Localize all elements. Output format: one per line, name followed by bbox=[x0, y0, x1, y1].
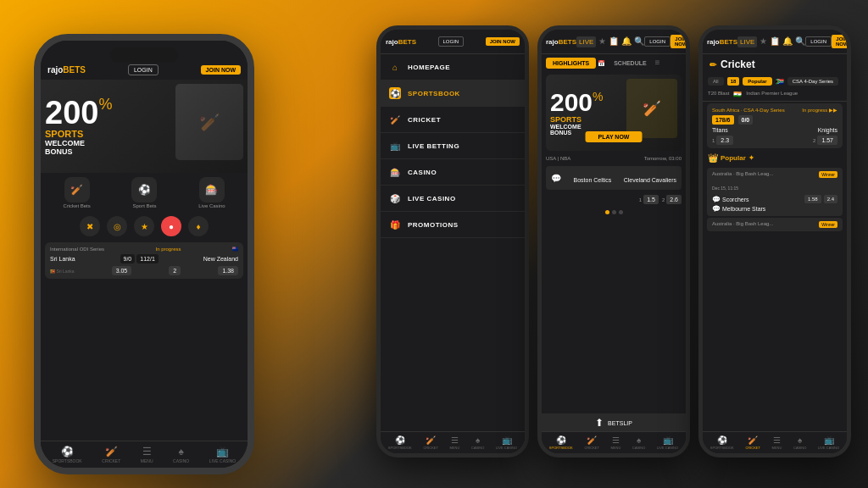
s4-title-text: Cricket bbox=[721, 58, 755, 70]
s3-tab-schedule[interactable]: SCHEDULE bbox=[607, 58, 654, 69]
s2-join-btn[interactable]: JOIN NOW bbox=[486, 37, 520, 46]
phone-large-banner: 200 % SPORTS WELCOME BONUS 🏏 bbox=[41, 80, 248, 173]
s2-nav-menu-label: MENU bbox=[450, 446, 460, 450]
s2-menu-casino[interactable]: 🎰 CASINO bbox=[381, 159, 525, 186]
s4-winner-badge: Winner bbox=[819, 171, 837, 178]
s3-odd2-val[interactable]: 2.6 bbox=[666, 195, 682, 204]
s4-odd1-btn[interactable]: 2.3 bbox=[716, 136, 733, 145]
s4-nav-cricket[interactable]: 🏏 CRICKET bbox=[745, 435, 760, 450]
s3-tab-highlights[interactable]: HIGHLIGHTS bbox=[546, 58, 596, 69]
quick-nav-cricket-label: Cricket Bets bbox=[63, 203, 90, 208]
phone-screen2: rajoBETS LOGIN JOIN NOW ⌂ HOMEPAGE ⚽ SPO… bbox=[376, 25, 529, 458]
match-odd-value2[interactable]: 2 bbox=[169, 266, 181, 275]
s3-betslip-bar[interactable]: ⬆ BETSLIP bbox=[542, 413, 686, 432]
s4-odd2-btn[interactable]: 1.57 bbox=[817, 136, 837, 145]
s4-pop-team2-area: 💬 Melbourne Stars bbox=[712, 205, 837, 213]
s2-menu-live-casino[interactable]: 🎲 LIVE CASINO bbox=[381, 186, 525, 212]
s3-nav-menu-icon: ☰ bbox=[612, 435, 620, 445]
s2-menu-homepage[interactable]: ⌂ HOMEPAGE bbox=[381, 54, 525, 80]
s2-nav-sportsbook[interactable]: ⚽ SPORTSBOOK bbox=[388, 435, 412, 450]
s4-nav-menu[interactable]: ☰ MENU bbox=[772, 435, 782, 450]
s4-filter-csa[interactable]: CSA 4-Day Series bbox=[787, 77, 838, 86]
s4-nav-casino[interactable]: ♠ CASINO bbox=[793, 435, 806, 450]
social-icon-2[interactable]: ◎ bbox=[107, 216, 127, 236]
s4-pop-odd2[interactable]: 2.4 bbox=[824, 195, 837, 203]
login-button-large[interactable]: LOGIN bbox=[128, 64, 159, 75]
s2-menu-live-betting[interactable]: 📺 LIVE BETTING bbox=[381, 133, 525, 159]
banner-sports: SPORTS bbox=[45, 129, 112, 139]
s2-nav-menu-icon: ☰ bbox=[451, 435, 459, 445]
s4-filter-all[interactable]: All bbox=[708, 77, 724, 86]
s3-nav-cricket[interactable]: 🏏 CRICKET bbox=[584, 435, 599, 450]
s2-nav-casino-icon: ♠ bbox=[476, 435, 480, 445]
nav-item-casino[interactable]: ♠ CASINO bbox=[173, 446, 189, 463]
social-icon-1[interactable]: ✖ bbox=[80, 216, 100, 236]
s4-league-t20[interactable]: T20 Blast bbox=[708, 91, 729, 98]
dot-2 bbox=[619, 210, 623, 214]
social-icon-3[interactable]: ★ bbox=[134, 216, 154, 236]
nav-item-live-casino[interactable]: 📺 LIVE CASINO bbox=[209, 446, 236, 463]
s3-odd1-val[interactable]: 1.5 bbox=[643, 195, 659, 204]
s2-nav-casino[interactable]: ♠ CASINO bbox=[471, 435, 484, 450]
s4-login-btn[interactable]: LOGIN bbox=[805, 36, 832, 47]
main-container: rajo BETS LOGIN JOIN NOW 200 % SPORTS WE bbox=[0, 0, 868, 488]
s2-logo-bets: BETS bbox=[398, 38, 416, 46]
s2-menu-promotions[interactable]: 🎁 PROMOTIONS bbox=[381, 212, 525, 238]
s2-nav-menu[interactable]: ☰ MENU bbox=[450, 435, 460, 450]
s4-league-ipl[interactable]: Indian Premier League bbox=[746, 91, 798, 98]
match-odd-value[interactable]: 3.05 bbox=[112, 266, 132, 275]
match-odd-value3[interactable]: 1.38 bbox=[218, 266, 238, 275]
bottom-nav-large: ⚽ SPORTSBOOK 🏏 CRICKET ☰ MENU ♠ CASINO bbox=[41, 441, 248, 468]
s3-join-btn[interactable]: JOIN NOW bbox=[670, 35, 686, 48]
s4-pop-odds: 1.58 2.4 bbox=[804, 195, 837, 203]
social-icon-5[interactable]: ♦ bbox=[188, 216, 209, 236]
s2-login-btn[interactable]: LOGIN bbox=[438, 36, 465, 47]
s4-join-btn[interactable]: JOIN NOW bbox=[832, 35, 847, 48]
live-casino-icon: 🎰 bbox=[199, 177, 225, 202]
team2-name: New Zealand bbox=[203, 256, 238, 262]
s2-nav-cricket[interactable]: 🏏 CRICKET bbox=[423, 435, 438, 450]
nav-item-sportsbook[interactable]: ⚽ SPORTSBOOK bbox=[53, 446, 82, 463]
logo-large: rajo BETS bbox=[47, 65, 86, 75]
s3-nav-casino[interactable]: ♠ CASINO bbox=[632, 435, 645, 450]
social-icon-4[interactable]: ● bbox=[161, 216, 181, 236]
s3-nav-sportsbook[interactable]: ⚽ SPORTSBOOK bbox=[549, 435, 573, 450]
s2-nav-sport-label: SPORTSBOOK bbox=[388, 446, 412, 450]
banner-percent: % bbox=[98, 97, 112, 112]
flag-nz: 🇳🇿 bbox=[232, 246, 238, 252]
s3-nav-menu[interactable]: ☰ MENU bbox=[611, 435, 621, 450]
quick-nav-live-casino[interactable]: 🎰 Live Casino bbox=[198, 177, 225, 208]
s3-nav-live[interactable]: 📺 LIVE CASINO bbox=[657, 435, 678, 450]
s2-nav-live-label: LIVE CASINO bbox=[496, 446, 517, 450]
s4-nav-sport-icon: ⚽ bbox=[717, 435, 727, 445]
quick-nav-sport[interactable]: ⚽ Sport Bets bbox=[131, 177, 157, 208]
nav-label-live-casino: LIVE CASINO bbox=[209, 458, 236, 463]
social-row: ✖ ◎ ★ ● ♦ bbox=[41, 213, 248, 240]
phone-notch bbox=[110, 47, 178, 63]
s4-nav-live[interactable]: 📺 LIVE CASINO bbox=[818, 435, 839, 450]
s4-pop-team1-icon: 💬 bbox=[712, 196, 721, 203]
s4-filter-popular[interactable]: Popular bbox=[743, 77, 771, 86]
s2-menu-cricket[interactable]: 🏏 CRICKET bbox=[381, 107, 525, 133]
match-header-1: International ODI Series In progress 🇳🇿 bbox=[50, 246, 238, 252]
s2-menu-sportsbook[interactable]: ⚽ SPORTSBOOK bbox=[381, 80, 525, 107]
s4-pop-team2-icon: 💬 bbox=[712, 205, 721, 213]
nav-item-menu[interactable]: ☰ MENU bbox=[141, 446, 153, 463]
s4-nav-sportsbook[interactable]: ⚽ SPORTSBOOK bbox=[710, 435, 734, 450]
s3-play-button[interactable]: PLAY NOW bbox=[586, 131, 643, 142]
s4-flag-ind: 🇮🇳 bbox=[733, 91, 742, 98]
match-flag: 🇱🇰 Sri Lanka bbox=[50, 269, 75, 274]
quick-nav-cricket[interactable]: 🏏 Cricket Bets bbox=[63, 177, 90, 208]
nav-item-cricket[interactable]: 🏏 CRICKET bbox=[102, 446, 120, 463]
s3-calendar-icon: 📅 bbox=[598, 60, 605, 67]
s4-live-badge: LIVE bbox=[737, 36, 757, 47]
s4-pop-odd1[interactable]: 1.58 bbox=[804, 195, 821, 203]
score2: 112/1 bbox=[136, 254, 159, 263]
s2-nav-live[interactable]: 📺 LIVE CASINO bbox=[496, 435, 517, 450]
s4-odds-row: 1 2.3 2 1.57 bbox=[712, 136, 837, 145]
score1: 9/0 bbox=[120, 254, 136, 263]
s4-nav-casino-label: CASINO bbox=[793, 446, 806, 450]
s3-login-btn[interactable]: LOGIN bbox=[644, 36, 670, 47]
join-button-large[interactable]: JOIN NOW bbox=[201, 65, 241, 75]
s4-bell-icon: 🔔 bbox=[782, 36, 793, 47]
